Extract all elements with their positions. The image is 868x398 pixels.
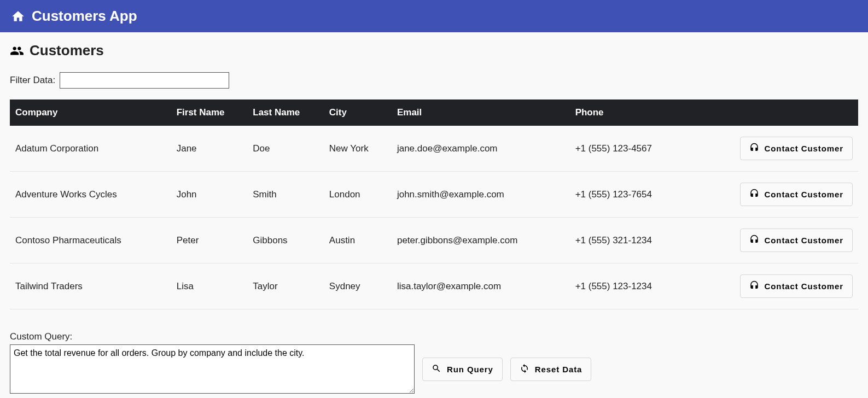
contact-customer-label: Contact Customer [765,144,843,153]
cell-actions: Contact Customer [697,172,858,218]
cell-phone: +1 (555) 321-1234 [570,218,697,264]
reset-data-button[interactable]: Reset Data [510,358,592,381]
filter-input[interactable] [60,72,229,89]
cell-city: New York [324,126,392,172]
col-email: Email [392,99,570,126]
cell-actions: Contact Customer [697,264,858,309]
table-row: Adventure Works CyclesJohnSmithLondonjoh… [10,172,858,218]
cell-company: Adatum Corporation [10,126,171,172]
col-city: City [324,99,392,126]
contact-customer-button[interactable]: Contact Customer [740,137,853,160]
col-company: Company [10,99,171,126]
col-last-name: Last Name [247,99,324,126]
cell-email: john.smith@example.com [392,172,570,218]
page-heading: Customers [10,42,858,59]
col-phone: Phone [570,99,697,126]
cell-phone: +1 (555) 123-4567 [570,126,697,172]
cell-email: peter.gibbons@example.com [392,218,570,264]
cell-city: Austin [324,218,392,264]
col-actions [697,99,858,126]
run-query-button[interactable]: Run Query [422,358,503,381]
contact-customer-button[interactable]: Contact Customer [740,274,853,298]
reset-data-label: Reset Data [535,365,582,374]
cell-company: Adventure Works Cycles [10,172,171,218]
app-title: Customers App [32,8,137,25]
page-title: Customers [30,42,104,59]
people-icon [10,44,24,58]
home-icon[interactable] [11,9,25,24]
contact-customer-label: Contact Customer [765,190,843,199]
customers-table: Company First Name Last Name City Email … [10,99,858,309]
cell-actions: Contact Customer [697,218,858,264]
cell-city: Sydney [324,264,392,309]
headset-icon [749,280,759,292]
contact-customer-button[interactable]: Contact Customer [740,183,853,206]
cell-first_name: Jane [171,126,248,172]
filter-label: Filter Data: [10,75,55,86]
cell-email: jane.doe@example.com [392,126,570,172]
contact-customer-label: Contact Customer [765,282,843,291]
refresh-icon [520,364,529,375]
table-row: Adatum CorporationJaneDoeNew Yorkjane.do… [10,126,858,172]
contact-customer-button[interactable]: Contact Customer [740,229,853,252]
cell-phone: +1 (555) 123-1234 [570,264,697,309]
cell-actions: Contact Customer [697,126,858,172]
main-content: Customers Filter Data: Company First Nam… [0,32,868,398]
cell-first_name: John [171,172,248,218]
app-header: Customers App [0,0,868,32]
filter-row: Filter Data: [10,72,858,89]
cell-last_name: Gibbons [247,218,324,264]
col-first-name: First Name [171,99,248,126]
search-icon [432,364,441,375]
cell-first_name: Peter [171,218,248,264]
custom-query-label: Custom Query: [10,331,858,342]
cell-last_name: Taylor [247,264,324,309]
cell-last_name: Doe [247,126,324,172]
cell-email: lisa.taylor@example.com [392,264,570,309]
cell-last_name: Smith [247,172,324,218]
custom-query-input[interactable] [10,344,415,394]
headset-icon [749,143,759,154]
cell-phone: +1 (555) 123-7654 [570,172,697,218]
cell-company: Contoso Pharmaceuticals [10,218,171,264]
cell-first_name: Lisa [171,264,248,309]
run-query-label: Run Query [447,365,493,374]
table-row: Tailwind TradersLisaTaylorSydneylisa.tay… [10,264,858,309]
headset-icon [749,235,759,246]
contact-customer-label: Contact Customer [765,236,843,245]
cell-company: Tailwind Traders [10,264,171,309]
cell-city: London [324,172,392,218]
table-header-row: Company First Name Last Name City Email … [10,99,858,126]
query-section: Custom Query: Run Query Reset Data [10,331,858,394]
table-row: Contoso PharmaceuticalsPeterGibbonsAusti… [10,218,858,264]
headset-icon [749,189,759,200]
